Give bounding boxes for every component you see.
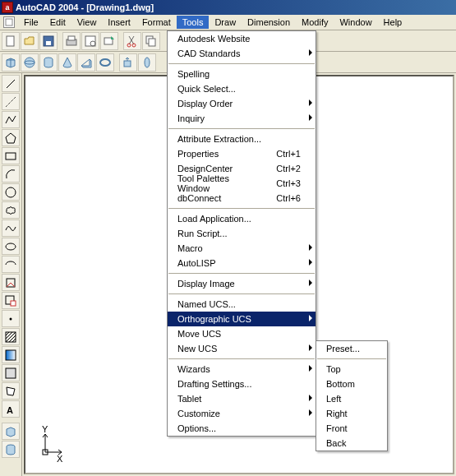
tools-item-display-order[interactable]: Display Order bbox=[168, 96, 316, 111]
spline-button[interactable] bbox=[2, 220, 20, 237]
tools-item-autolisp[interactable]: AutoLISP bbox=[168, 256, 316, 270]
ortho-ucs-item-front[interactable]: Front bbox=[316, 421, 387, 436]
menu-item-label: Options... bbox=[177, 423, 216, 433]
extrude-button[interactable] bbox=[119, 53, 137, 72]
tools-item-wizards[interactable]: Wizards bbox=[168, 362, 316, 377]
new-button[interactable] bbox=[2, 32, 20, 50]
rectangle-button[interactable] bbox=[2, 147, 20, 164]
menu-item-label: Display Image bbox=[177, 279, 235, 289]
tools-item-inquiry[interactable]: Inquiry bbox=[168, 111, 316, 126]
tools-item-attribute-extraction[interactable]: Attribute Extraction... bbox=[168, 132, 316, 146]
mtext-button[interactable]: A bbox=[2, 400, 20, 418]
box-button[interactable] bbox=[2, 53, 20, 72]
tools-item-tablet[interactable]: Tablet bbox=[168, 391, 316, 406]
menu-item-label: Orthographic UCS bbox=[177, 314, 251, 324]
hatch-button[interactable] bbox=[2, 328, 20, 345]
tools-item-spelling[interactable]: Spelling bbox=[168, 67, 316, 81]
cut-button[interactable] bbox=[123, 32, 141, 50]
menu-help[interactable]: Help bbox=[378, 16, 408, 29]
menu-dimension[interactable]: Dimension bbox=[242, 16, 296, 29]
torus-button[interactable] bbox=[96, 53, 114, 72]
circle-button[interactable] bbox=[2, 183, 20, 201]
svg-rect-17 bbox=[124, 61, 131, 67]
cylinder-button[interactable] bbox=[39, 53, 58, 72]
region-button[interactable] bbox=[2, 364, 20, 381]
publish-button[interactable] bbox=[100, 32, 118, 50]
ortho-ucs-item-left[interactable]: Left bbox=[316, 391, 387, 406]
construction-line-button[interactable] bbox=[2, 93, 20, 110]
menu-draw[interactable]: Draw bbox=[209, 16, 242, 29]
tools-item-autodesk-website[interactable]: Autodesk Website bbox=[168, 31, 316, 46]
tools-item-properties[interactable]: PropertiesCtrl+1 bbox=[168, 146, 316, 161]
menu-item-label: Properties bbox=[177, 149, 219, 159]
tools-item-dbconnect[interactable]: dbConnectCtrl+6 bbox=[168, 191, 316, 206]
point-button[interactable] bbox=[2, 310, 20, 327]
svg-rect-0 bbox=[6, 19, 12, 25]
tools-item-customize[interactable]: Customize bbox=[168, 406, 316, 421]
ellipse-button[interactable] bbox=[2, 238, 20, 255]
tools-item-cad-standards[interactable]: CAD Standards bbox=[168, 46, 316, 61]
ortho-ucs-item-back[interactable]: Back bbox=[316, 436, 387, 451]
line-button[interactable] bbox=[2, 75, 20, 92]
revolve-button[interactable] bbox=[138, 53, 156, 72]
menu-window[interactable]: Window bbox=[334, 16, 377, 29]
menu-item-label: Left bbox=[326, 394, 341, 404]
ortho-ucs-item-bottom[interactable]: Bottom bbox=[316, 377, 387, 391]
polygon-button[interactable] bbox=[2, 129, 20, 146]
wedge-button[interactable] bbox=[77, 53, 95, 72]
plot-button[interactable] bbox=[62, 32, 81, 50]
menu-item-label: Drafting Settings... bbox=[177, 379, 252, 389]
ellipse-arc-button[interactable] bbox=[2, 256, 20, 273]
tools-item-named-ucs[interactable]: Named UCS... bbox=[168, 297, 316, 312]
svg-marker-20 bbox=[6, 133, 16, 143]
revision-cloud-button[interactable] bbox=[2, 201, 20, 219]
tools-item-load-application[interactable]: Load Application... bbox=[168, 211, 316, 226]
save-button[interactable] bbox=[39, 32, 58, 50]
wipeout-button[interactable] bbox=[2, 382, 20, 400]
submenu-arrow-icon bbox=[309, 259, 312, 266]
menu-insert[interactable]: Insert bbox=[102, 16, 136, 29]
ortho-ucs-item-preset[interactable]: Preset... bbox=[316, 341, 387, 356]
cone-button[interactable] bbox=[58, 53, 76, 72]
menu-tools[interactable]: Tools bbox=[177, 16, 210, 29]
ortho-ucs-item-top[interactable]: Top bbox=[316, 362, 387, 377]
tools-item-move-ucs[interactable]: Move UCS bbox=[168, 326, 316, 341]
polyline-button[interactable] bbox=[2, 111, 20, 128]
box-solid-button[interactable] bbox=[2, 423, 20, 440]
insert-block-button[interactable] bbox=[2, 274, 20, 291]
open-button[interactable] bbox=[21, 32, 39, 50]
menu-item-label: Front bbox=[326, 423, 348, 433]
make-block-button[interactable] bbox=[2, 292, 20, 309]
cylinder-solid-button[interactable] bbox=[2, 441, 20, 458]
svg-rect-26 bbox=[11, 301, 16, 306]
tools-item-orthographic-ucs[interactable]: Orthographic UCS bbox=[168, 312, 316, 326]
menu-file[interactable]: File bbox=[18, 16, 44, 29]
tools-item-options[interactable]: Options... bbox=[168, 421, 316, 436]
ortho-ucs-item-right[interactable]: Right bbox=[316, 406, 387, 421]
menu-format[interactable]: Format bbox=[136, 16, 177, 29]
tools-item-display-image[interactable]: Display Image bbox=[168, 276, 316, 291]
sphere-button[interactable] bbox=[21, 53, 39, 72]
copy-button[interactable] bbox=[142, 32, 160, 50]
submenu-arrow-icon bbox=[309, 49, 312, 56]
gradient-button[interactable] bbox=[2, 346, 20, 363]
tools-item-new-ucs[interactable]: New UCS bbox=[168, 341, 316, 356]
tools-item-run-script[interactable]: Run Script... bbox=[168, 226, 316, 241]
tools-item-quick-select[interactable]: Quick Select... bbox=[168, 81, 316, 96]
submenu-arrow-icon bbox=[309, 409, 312, 416]
tools-item-drafting-settings[interactable]: Drafting Settings... bbox=[168, 377, 316, 391]
tools-item-macro[interactable]: Macro bbox=[168, 241, 316, 256]
svg-rect-29 bbox=[6, 350, 16, 360]
menu-separator bbox=[168, 273, 315, 274]
plot-preview-button[interactable] bbox=[81, 32, 99, 50]
submenu-arrow-icon bbox=[309, 99, 312, 106]
svg-rect-3 bbox=[46, 41, 51, 45]
menu-item-label: AutoLISP bbox=[177, 258, 215, 268]
svg-rect-5 bbox=[68, 36, 75, 40]
menu-edit[interactable]: Edit bbox=[44, 16, 71, 29]
menu-modify[interactable]: Modify bbox=[296, 16, 334, 29]
submenu-arrow-icon bbox=[309, 315, 312, 321]
menu-view[interactable]: View bbox=[71, 16, 103, 29]
tools-item-tool-palettes-window[interactable]: Tool Palettes WindowCtrl+3 bbox=[168, 176, 316, 191]
arc-button[interactable] bbox=[2, 165, 20, 183]
